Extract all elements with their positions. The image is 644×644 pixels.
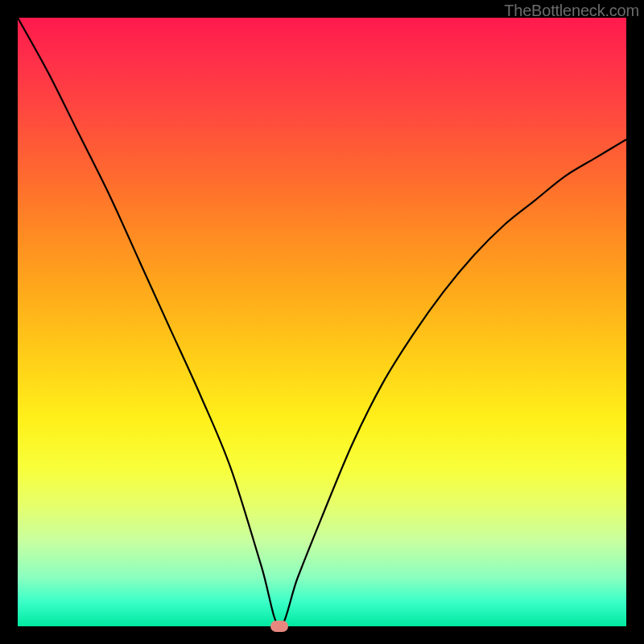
plot-area xyxy=(18,18,626,626)
curve-path xyxy=(18,18,626,626)
optimum-point-marker xyxy=(270,621,288,632)
bottleneck-curve xyxy=(18,18,626,626)
chart-frame: TheBottleneck.com xyxy=(0,0,644,644)
watermark-text: TheBottleneck.com xyxy=(504,2,639,20)
